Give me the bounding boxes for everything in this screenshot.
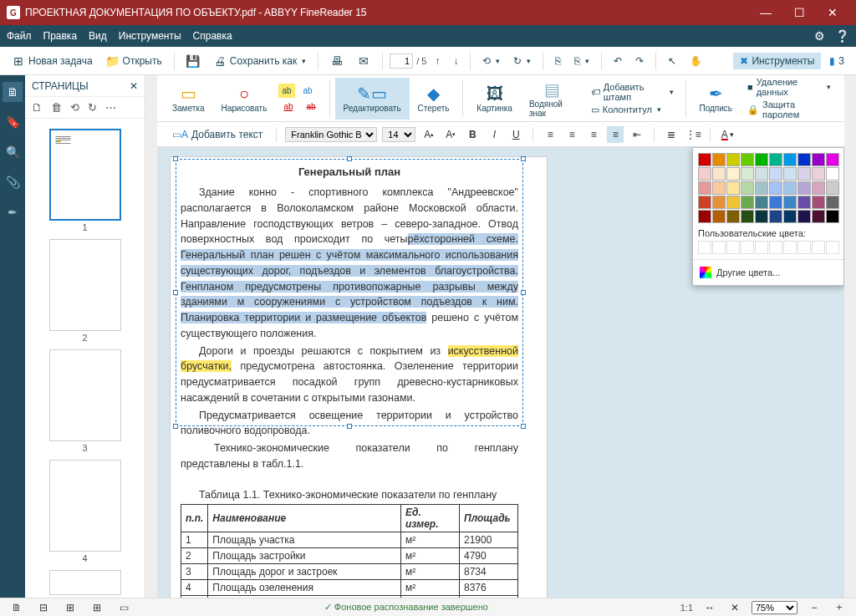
- color-swatch[interactable]: [797, 153, 811, 166]
- align-left-button[interactable]: ≡: [542, 126, 558, 143]
- zoom-ratio[interactable]: 1:1: [680, 603, 693, 613]
- mail-button[interactable]: ✉: [352, 52, 375, 70]
- more-colors-button[interactable]: Другие цвета...: [698, 265, 838, 280]
- view-mode4-icon[interactable]: ⊞: [89, 599, 105, 616]
- watermark-button[interactable]: ▤Водяной знак: [521, 78, 584, 120]
- undo-button[interactable]: ↶: [609, 53, 627, 69]
- redo-button[interactable]: ↷: [630, 53, 649, 69]
- add-stamp-button[interactable]: 🏷Добавить штамп▾: [591, 82, 674, 102]
- color-swatch[interactable]: [826, 167, 839, 181]
- save-as-button[interactable]: 🖨Сохранить как▾: [208, 52, 311, 70]
- add-text-button[interactable]: ▭AДобавить текст: [167, 126, 268, 143]
- color-swatch[interactable]: [826, 153, 839, 166]
- header-footer-button[interactable]: ▭Колонтитул▾: [591, 104, 674, 115]
- color-swatch[interactable]: [783, 210, 797, 223]
- view-mode1-icon[interactable]: 🗎: [8, 599, 25, 616]
- color-swatch[interactable]: [712, 153, 726, 166]
- pages-more-icon[interactable]: ⋯: [105, 101, 116, 114]
- color-swatch[interactable]: [712, 210, 726, 223]
- color-swatch[interactable]: [769, 153, 782, 166]
- gear-icon[interactable]: ⚙: [814, 29, 825, 43]
- color-swatch[interactable]: [741, 210, 754, 223]
- table-row[interactable]: 1Площадь участкам²21900: [181, 532, 518, 548]
- thumbnail[interactable]: [49, 460, 121, 552]
- color-swatch[interactable]: [755, 196, 768, 209]
- color-swatch[interactable]: [797, 181, 811, 195]
- fit-width-icon[interactable]: ↔: [701, 599, 718, 616]
- italic-button[interactable]: I: [486, 126, 502, 143]
- color-swatch[interactable]: [712, 181, 726, 195]
- color-swatch[interactable]: [769, 167, 782, 181]
- color-swatch[interactable]: [755, 167, 768, 181]
- color-swatch[interactable]: [783, 167, 797, 181]
- color-swatch[interactable]: [726, 196, 740, 209]
- maximize-button[interactable]: ☐: [782, 0, 816, 25]
- color-swatch[interactable]: [726, 181, 740, 195]
- highlight1-button[interactable]: ab: [278, 84, 294, 98]
- color-swatch[interactable]: [826, 181, 839, 195]
- page-down-button[interactable]: ↓: [448, 53, 463, 69]
- zoom-out-button[interactable]: −: [806, 599, 823, 616]
- color-swatch[interactable]: [726, 153, 740, 166]
- list-bullet-button[interactable]: ⋮≡: [685, 126, 701, 143]
- minimize-button[interactable]: —: [749, 0, 782, 25]
- table-row[interactable]: 4Площадь озеленениям²8376: [181, 580, 518, 596]
- close-button[interactable]: ✕: [816, 0, 849, 25]
- color-swatch[interactable]: [826, 210, 839, 223]
- edit-button[interactable]: ✎▭Редактировать: [335, 78, 410, 120]
- color-swatch[interactable]: [741, 167, 754, 181]
- font-size-select[interactable]: 14: [382, 127, 415, 142]
- cursor-button[interactable]: ↖: [663, 53, 681, 69]
- protect-button[interactable]: 🔒Защита паролем: [747, 99, 831, 120]
- help-icon[interactable]: ❔: [835, 29, 849, 43]
- new-task-button[interactable]: ⊞Новая задача: [7, 52, 98, 70]
- view-mode2-icon[interactable]: ⊟: [35, 599, 52, 616]
- color-swatch[interactable]: [698, 167, 711, 181]
- doc-table[interactable]: п.п. Наименование Ед. измер. Площадь 1Пл…: [181, 504, 518, 598]
- sign-button[interactable]: ✒Подпись: [690, 78, 741, 120]
- add-page-icon[interactable]: 🗋: [32, 101, 43, 114]
- thumbnail[interactable]: ▬▬▬▬▬▬▬▬▬▬▬▬▬▬▬▬▬▬▬▬▬▬▬▬▬▬▬▬▬▬▬▬▬▬▬▬▬▬▬: [49, 129, 121, 221]
- hand-button[interactable]: ✋: [685, 53, 707, 69]
- refresh-page-icon[interactable]: ↻: [88, 101, 97, 114]
- sidebar-pages-icon[interactable]: 🗎: [3, 82, 23, 102]
- print-button[interactable]: 🖶: [325, 52, 349, 70]
- color-swatch[interactable]: [769, 196, 782, 209]
- menu-edit[interactable]: Правка: [43, 30, 78, 42]
- rotate-page-icon[interactable]: ⟲: [70, 101, 79, 114]
- color-swatch[interactable]: [726, 210, 740, 223]
- color-swatch[interactable]: [797, 196, 811, 209]
- delete-page-icon[interactable]: 🗑: [51, 101, 62, 114]
- thumbnail[interactable]: [49, 239, 121, 331]
- align-right-button[interactable]: ≡: [585, 126, 602, 143]
- font-color-button[interactable]: A▾: [719, 126, 736, 143]
- count-badge[interactable]: ▮3: [824, 53, 849, 69]
- tools-panel-button[interactable]: ✖Инструменты: [733, 53, 821, 69]
- page-number-input[interactable]: [390, 53, 413, 69]
- color-swatch[interactable]: [741, 181, 754, 195]
- fit-page-icon[interactable]: ✕: [726, 599, 743, 616]
- bold-button[interactable]: B: [464, 126, 481, 143]
- color-swatch[interactable]: [755, 210, 768, 223]
- picture-button[interactable]: 🖼Картинка: [468, 78, 521, 120]
- draw-button[interactable]: ○Нарисовать: [212, 78, 275, 120]
- underline-text-button[interactable]: U: [507, 126, 524, 143]
- save-button[interactable]: 💾: [181, 52, 205, 70]
- align-justify-button[interactable]: ≡: [607, 126, 624, 143]
- erase-button[interactable]: ◆Стереть: [410, 78, 458, 120]
- color-swatch[interactable]: [755, 181, 768, 195]
- view-mode5-icon[interactable]: ▭: [115, 599, 132, 616]
- color-swatch[interactable]: [812, 167, 825, 181]
- menu-help[interactable]: Справка: [193, 30, 232, 42]
- color-swatch[interactable]: [783, 181, 797, 195]
- document-view[interactable]: Генеральный план Здание конно - спортивн…: [157, 147, 844, 598]
- doc-paragraph[interactable]: Здание конно - спортивного комплекса "Ан…: [181, 185, 518, 342]
- thumbnail[interactable]: [49, 570, 121, 595]
- align-center-button[interactable]: ≡: [563, 126, 580, 143]
- delete-data-button[interactable]: ■Удаление данных▾: [747, 77, 831, 97]
- thumbnail[interactable]: [49, 349, 121, 441]
- color-swatch[interactable]: [783, 153, 797, 166]
- zoom-select[interactable]: 75%: [752, 601, 797, 614]
- sidebar-bookmark-icon[interactable]: 🔖: [3, 112, 23, 132]
- rotate-button[interactable]: ⟲▾: [477, 53, 505, 69]
